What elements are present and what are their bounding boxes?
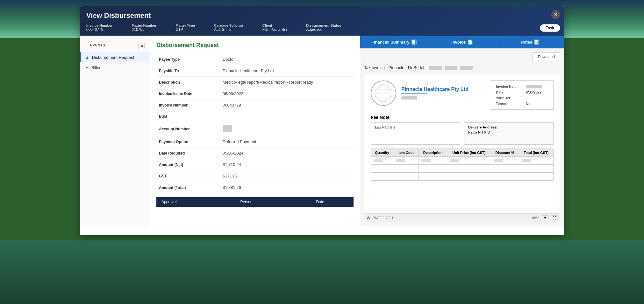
sidebar: EVENTS ◀ ▲ Disbursement Request ➤ Billed [80, 36, 150, 226]
table-row [371, 173, 554, 181]
carriage-solicitor-meta: Carriage Solicitor ALI, Shifa [214, 24, 243, 32]
address-box: Law Partners [371, 122, 460, 145]
table-row [371, 157, 554, 165]
section-title: Disbursement Request [156, 42, 354, 49]
table-row: Invoice Issue Date 06/06/2022 [156, 88, 354, 100]
matter-number-label: Matter Number [132, 24, 157, 27]
approval-col-approval: Approval [161, 200, 176, 204]
field-label-amount-net: Amount (Net) [156, 159, 220, 170]
modal-header: View Disbursement Invoice Number 0004377… [80, 6, 564, 36]
field-label-date-required: Date Required [156, 148, 220, 159]
sidebar-item-billed[interactable]: ➤ Billed [80, 62, 150, 73]
disbursement-icon: ▲ [85, 55, 89, 60]
field-label-gst: GST [156, 170, 220, 182]
zoom-options-button[interactable]: ▼ [542, 215, 548, 220]
table-row: Payee Type Doctor [156, 54, 354, 65]
field-value-payment-option: Deferred Payment [220, 136, 354, 148]
financial-summary-icon: 📊 [411, 39, 417, 45]
download-button[interactable]: Download [533, 52, 560, 61]
company-name: Pinnacle Healthcare Pty Ltd [401, 86, 469, 92]
field-label-invoice-issue-date: Invoice Issue Date [156, 88, 220, 100]
invoice-preview-container: Download Tax Invoice - Pinnacle - Dr Bod… [360, 49, 564, 226]
table-row: Amount (Total) $1,881.26 [156, 182, 354, 193]
field-value-amount-total: $1,881.26 [220, 182, 354, 193]
invoice-your-ref-label: Your Ref: [495, 95, 524, 100]
disbursement-status-label: Disbursement Status [306, 24, 341, 27]
fullscreen-button[interactable]: ⛶ [551, 215, 558, 220]
field-value-date-required: 05/06/2024 [220, 148, 354, 159]
sidebar-item-billed-label: Billed [91, 65, 102, 70]
table-row: Amount (Net) $1,710.24 [156, 159, 354, 170]
invoice-terms-label: Terms: [495, 101, 524, 106]
zoom-level: 96% [532, 216, 539, 220]
account-number-placeholder [223, 125, 232, 132]
invoice-number-label: Invoice Number [86, 24, 113, 27]
table-row: Invoice Number 00043779 [156, 100, 354, 111]
addresses-row: Law Partners Delivery Address: Paula FIT… [371, 122, 554, 145]
invoice-title-bar: Tax Invoice - Pinnacle - Dr Bodel - [364, 64, 560, 71]
invoice-title-text: Tax Invoice - Pinnacle - Dr Bodel - [364, 65, 427, 70]
client-label: Client [262, 24, 287, 27]
invoice-title-placeholder-1 [429, 66, 442, 70]
notes-icon: 📝 [534, 39, 540, 45]
view-disbursement-modal: View Disbursement Invoice Number 0004377… [80, 6, 564, 235]
form-table: Payee Type Doctor Payable To Pinnacle He… [156, 54, 354, 193]
table-row: Payment Option Deferred Payment [156, 136, 354, 148]
tab-financial-summary[interactable]: Financial Summary 📊 [360, 36, 428, 48]
carriage-solicitor-value: ALI, Shifa [214, 27, 231, 32]
invoice-info-box: Invoice No.: Date: 6/06/2022 Your Ref: [490, 80, 554, 110]
zoom-controls: 96% ▼ ⛶ [532, 215, 558, 220]
row1-total [522, 159, 531, 162]
disbursement-status-value: Approved [306, 27, 322, 32]
col-discount: Discount % [491, 149, 519, 157]
approval-col-person: Person [240, 200, 252, 204]
sidebar-item-disbursement-label: Disbursement Request [92, 55, 134, 60]
sidebar-item-disbursement-request[interactable]: ▲ Disbursement Request [80, 52, 150, 62]
field-label-description: Description [156, 77, 220, 88]
field-value-description: Medico-legal report/Medical report - Rep… [220, 77, 354, 88]
delivery-address-label: Delivery Address: [468, 125, 549, 129]
field-value-payee-type: Doctor [220, 54, 354, 65]
delivery-box: Delivery Address: Paula FIT FIU [464, 122, 554, 145]
fee-note-title: Fee Note [371, 115, 554, 120]
table-row: GST $171.02 [156, 170, 354, 182]
field-label-bsb: BSB [156, 111, 220, 122]
modal-title: View Disbursement [86, 11, 558, 20]
company-logo [371, 80, 396, 106]
invoice-footer-bar: W PAGE 1 OF 1 96% ▼ ⛶ [364, 214, 560, 222]
sidebar-section-label: EVENTS [85, 42, 110, 50]
field-label-amount-total: Amount (Total) [156, 182, 220, 193]
tab-notes[interactable]: Notes 📝 [496, 36, 564, 48]
matter-number-value: 210755 [132, 27, 145, 32]
header-meta: Invoice Number 00043779 Matter Number 21… [86, 24, 558, 32]
matter-number-meta: Matter Number 210755 [132, 24, 157, 32]
table-row: Description Medico-legal report/Medical … [156, 77, 354, 88]
field-label-invoice-number: Invoice Number [156, 100, 220, 111]
field-value-payable-to: Pinnacle Healthcare Pty Ltd [220, 65, 354, 77]
invoice-items-table: Quantity Item Code Description Unit Pric… [371, 149, 554, 181]
globe-icon [374, 84, 393, 103]
financial-summary-label: Financial Summary [371, 40, 409, 45]
invoice-doc-header: Pinnacle Healthcare Pty Ltd Invoice No. [371, 80, 554, 110]
row1-code [396, 159, 405, 162]
col-item-code: Item Code [393, 149, 419, 157]
col-quantity: Quantity [371, 149, 393, 157]
tab-invoice[interactable]: Invoice 📄 [428, 36, 497, 48]
approval-header: Approval Person Date [156, 197, 354, 207]
invoice-document: Pinnacle Healthcare Pty Ltd Invoice No. [364, 74, 560, 214]
task-button[interactable]: Task [540, 24, 560, 32]
field-value-amount-net: $1,710.24 [220, 159, 354, 170]
invoice-number-value: 00043779 [86, 27, 103, 32]
sidebar-collapse-button[interactable]: ◀ [138, 43, 145, 49]
notes-label: Notes [521, 40, 532, 45]
col-total: Total (inc-GST) [519, 149, 553, 157]
company-info: Pinnacle Healthcare Pty Ltd [371, 80, 469, 106]
matter-type-label: Matter Type [175, 24, 195, 27]
matter-type-meta: Matter Type CTP [175, 24, 195, 32]
close-button[interactable]: × [551, 10, 560, 19]
word-icon: W [367, 216, 370, 220]
field-value-account-number [220, 122, 354, 136]
invoice-number-meta: Invoice Number 00043779 [86, 24, 113, 32]
client-meta: Client FIU, Paula Si`i [262, 24, 287, 32]
field-label-payee-type: Payee Type [156, 54, 220, 65]
